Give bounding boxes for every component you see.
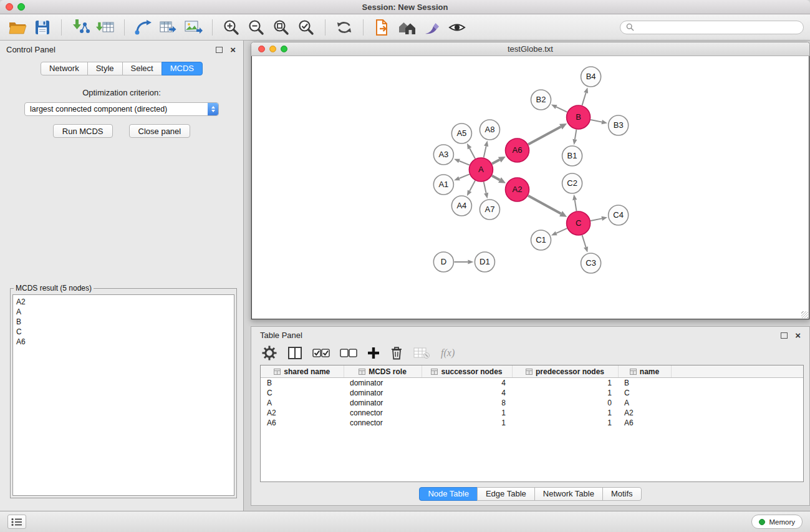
mcds-result-item[interactable]: C	[16, 327, 231, 337]
network-edge-A-A3[interactable]	[454, 159, 470, 165]
close-control-panel-icon[interactable]: ×	[230, 47, 236, 53]
mcds-result-item[interactable]: B	[16, 317, 231, 327]
zoom-selected-button[interactable]	[295, 17, 317, 38]
network-graph[interactable]: B4B2BB3A5A8A6B1A3AC2A1A2A4A7C4CC1C3DD1	[252, 56, 809, 319]
mcds-result-item[interactable]: A6	[16, 337, 231, 347]
mcds-result-list[interactable]: A2ABCA6	[12, 294, 234, 496]
delete-column-button[interactable]	[390, 346, 403, 360]
network-node-D1[interactable]: D1	[475, 252, 494, 272]
memory-button[interactable]: Memory	[751, 515, 803, 529]
network-edge-C-C4[interactable]	[591, 216, 607, 221]
table-row[interactable]: A2connector11A2	[261, 408, 803, 418]
network-edge-A2-C[interactable]	[528, 196, 567, 217]
network-edge-B-B3[interactable]	[591, 120, 607, 124]
function-builder-button[interactable]: f(x)	[440, 347, 455, 359]
table-row[interactable]: A6connector11A6	[261, 418, 803, 428]
refresh-view-button[interactable]	[333, 17, 355, 38]
network-edge-A-A8[interactable]	[484, 141, 488, 158]
add-column-button[interactable]	[367, 347, 380, 359]
network-node-A4[interactable]: A4	[451, 196, 471, 216]
network-node-A1[interactable]: A1	[433, 175, 453, 195]
network-home-button[interactable]	[396, 17, 418, 38]
network-node-A8[interactable]: A8	[480, 120, 499, 140]
column-header-successor-nodes[interactable]: successor nodes	[422, 365, 512, 378]
network-node-A2[interactable]: A2	[505, 178, 529, 201]
tab-style[interactable]: Style	[87, 62, 123, 75]
close-window-button[interactable]	[6, 3, 13, 11]
paint-style-button[interactable]	[421, 17, 443, 38]
tab-motifs[interactable]: Motifs	[602, 487, 642, 501]
network-edge-A-A4[interactable]	[467, 181, 475, 196]
table-row[interactable]: Adominator80A	[261, 398, 803, 408]
network-node-C1[interactable]: C1	[531, 230, 551, 250]
column-header-shared-name[interactable]: shared name	[261, 365, 344, 378]
task-history-button[interactable]	[7, 515, 26, 529]
network-edge-C-C2[interactable]	[572, 195, 577, 211]
tab-select[interactable]: Select	[122, 62, 162, 75]
network-edge-A-A5[interactable]	[467, 143, 475, 158]
network-edge-A-A2[interactable]	[492, 176, 506, 183]
search-input[interactable]	[637, 22, 798, 32]
network-edge-A6-B[interactable]	[528, 123, 567, 144]
tab-edge-table[interactable]: Edge Table	[477, 487, 535, 501]
network-node-B2[interactable]: B2	[531, 90, 551, 110]
select-columns-button[interactable]	[287, 346, 302, 360]
search-box[interactable]	[620, 21, 804, 34]
select-all-rows-button[interactable]	[312, 348, 330, 358]
import-table-button[interactable]	[94, 17, 117, 38]
export-image-button[interactable]	[182, 17, 205, 38]
float-panel-icon[interactable]	[216, 47, 223, 53]
close-table-panel-icon[interactable]: ×	[795, 332, 801, 339]
toggle-visibility-button[interactable]	[446, 17, 468, 38]
network-edge-D-D1[interactable]	[454, 259, 473, 264]
table-settings-button[interactable]	[261, 345, 277, 361]
import-network-button[interactable]	[69, 17, 92, 38]
network-edge-B-B4[interactable]	[582, 87, 588, 105]
run-mcds-button[interactable]: Run MCDS	[53, 124, 113, 138]
network-edge-B-B2[interactable]	[551, 105, 567, 112]
network-node-B[interactable]: B	[567, 105, 591, 129]
network-minimize-button[interactable]	[269, 46, 276, 52]
open-session-button[interactable]	[6, 17, 29, 38]
network-node-A6[interactable]: A6	[505, 138, 529, 162]
network-node-B4[interactable]: B4	[581, 67, 601, 87]
table-row[interactable]: Cdominator41C	[261, 388, 803, 398]
network-edge-A-A1[interactable]	[454, 174, 470, 180]
export-network-button[interactable]	[132, 17, 155, 38]
mcds-result-item[interactable]: A	[16, 307, 231, 317]
zoom-window-button[interactable]	[17, 3, 25, 11]
network-node-B3[interactable]: B3	[609, 115, 629, 135]
tab-node-table[interactable]: Node Table	[419, 487, 478, 501]
deselect-all-rows-button[interactable]	[340, 348, 357, 358]
network-node-C4[interactable]: C4	[609, 205, 629, 225]
network-node-B1[interactable]: B1	[562, 146, 582, 166]
network-node-A5[interactable]: A5	[451, 123, 471, 143]
zoom-in-button[interactable]	[220, 17, 243, 38]
network-zoom-button[interactable]	[281, 46, 287, 52]
tab-network-table[interactable]: Network Table	[534, 487, 603, 501]
network-node-A3[interactable]: A3	[433, 145, 453, 165]
network-close-button[interactable]	[258, 46, 265, 52]
network-node-C2[interactable]: C2	[562, 173, 582, 193]
network-node-A7[interactable]: A7	[480, 200, 499, 220]
network-edge-A-A7[interactable]	[484, 182, 488, 199]
float-table-panel-icon[interactable]	[781, 332, 788, 339]
optimization-criterion-select[interactable]: largest connected component (directed)	[24, 102, 219, 116]
tab-network[interactable]: Network	[41, 62, 88, 75]
node-table[interactable]: shared nameMCDS rolesuccessor nodesprede…	[260, 365, 804, 482]
network-edge-A-A6[interactable]	[492, 157, 506, 164]
tab-mcds[interactable]: MCDS	[162, 62, 203, 75]
export-table-button[interactable]	[157, 17, 180, 38]
column-header-name[interactable]: name	[618, 365, 671, 378]
save-session-button[interactable]	[31, 17, 54, 38]
network-node-A[interactable]: A	[469, 158, 493, 181]
network-node-D[interactable]: D	[433, 252, 453, 272]
zoom-out-button[interactable]	[245, 17, 268, 38]
column-header-predecessor-nodes[interactable]: predecessor nodes	[512, 365, 618, 378]
close-panel-button[interactable]: Close panel	[129, 124, 191, 138]
mcds-result-item[interactable]: A2	[16, 297, 231, 307]
network-edge-C-C3[interactable]	[582, 235, 588, 253]
open-document-button[interactable]	[371, 17, 393, 38]
resize-grip-icon[interactable]	[801, 311, 808, 318]
network-node-C3[interactable]: C3	[581, 253, 601, 273]
